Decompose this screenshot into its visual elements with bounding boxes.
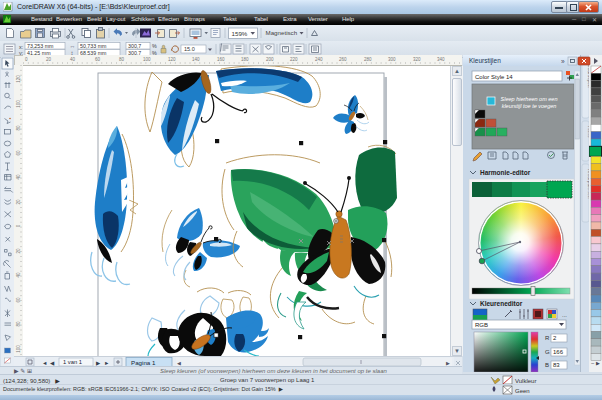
svg-text:x:: x: bbox=[19, 44, 24, 50]
svg-text:20: 20 bbox=[16, 248, 21, 254]
svg-text:20: 20 bbox=[16, 199, 21, 205]
svg-text:20: 20 bbox=[46, 57, 52, 62]
svg-text:260: 260 bbox=[339, 57, 347, 62]
svg-text:73,253 mm: 73,253 mm bbox=[27, 43, 54, 49]
svg-text:240: 240 bbox=[315, 57, 323, 62]
svg-text:100: 100 bbox=[143, 57, 151, 62]
svg-text:50,733 mm: 50,733 mm bbox=[80, 43, 107, 49]
svg-text:320: 320 bbox=[413, 57, 421, 62]
svg-text:300: 300 bbox=[388, 57, 396, 62]
svg-text:◀: ◀ bbox=[177, 360, 181, 366]
svg-text:↔: ↔ bbox=[70, 43, 76, 49]
svg-text:15.0: 15.0 bbox=[184, 46, 195, 52]
svg-text:−: − bbox=[591, 360, 595, 366]
svg-text:60: 60 bbox=[16, 297, 21, 303]
svg-text:80: 80 bbox=[16, 321, 21, 327]
svg-text:»: » bbox=[561, 58, 565, 65]
svg-text:▶: ▶ bbox=[446, 360, 450, 366]
svg-text:Geen: Geen bbox=[515, 388, 530, 394]
svg-text:60: 60 bbox=[95, 57, 101, 62]
svg-text:100: 100 bbox=[16, 345, 21, 353]
svg-text:140: 140 bbox=[192, 57, 200, 62]
svg-text:◀: ◀ bbox=[50, 360, 55, 366]
svg-text:340: 340 bbox=[437, 57, 445, 62]
svg-text:60: 60 bbox=[16, 150, 21, 156]
svg-text:40: 40 bbox=[16, 272, 21, 278]
svg-text:80: 80 bbox=[119, 57, 125, 62]
svg-text:0: 0 bbox=[16, 224, 21, 227]
svg-text:0: 0 bbox=[25, 57, 28, 62]
svg-text:80: 80 bbox=[16, 125, 21, 131]
svg-text:1 van 1: 1 van 1 bbox=[63, 359, 82, 365]
svg-text:280: 280 bbox=[364, 57, 372, 62]
svg-text:159%: 159% bbox=[232, 30, 248, 37]
svg-text:100: 100 bbox=[16, 100, 21, 108]
svg-text:120: 120 bbox=[168, 57, 176, 62]
svg-text:◄: ◄ bbox=[42, 360, 47, 366]
svg-text:►: ► bbox=[104, 360, 109, 366]
svg-text:%: % bbox=[152, 43, 157, 49]
svg-text:160: 160 bbox=[217, 57, 225, 62]
svg-text:300,7: 300,7 bbox=[128, 43, 141, 49]
svg-text:40: 40 bbox=[70, 57, 76, 62]
svg-text:Magnetisch: Magnetisch bbox=[266, 29, 298, 36]
svg-text:Pagina 1: Pagina 1 bbox=[131, 359, 156, 366]
svg-text:180: 180 bbox=[241, 57, 249, 62]
svg-text:▶: ▶ bbox=[596, 360, 600, 366]
svg-text:220: 220 bbox=[290, 57, 298, 62]
svg-text:120: 120 bbox=[16, 75, 21, 83]
svg-text:40: 40 bbox=[16, 174, 21, 180]
svg-text:200: 200 bbox=[266, 57, 274, 62]
svg-text:▶: ▶ bbox=[96, 360, 101, 366]
